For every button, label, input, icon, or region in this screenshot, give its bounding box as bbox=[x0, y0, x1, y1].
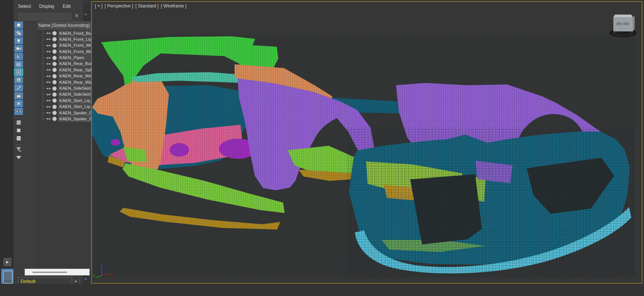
axis-x-label: x bbox=[111, 272, 113, 277]
visibility-eye-icon[interactable] bbox=[46, 31, 52, 35]
visibility-eye-icon[interactable] bbox=[46, 44, 52, 47]
horizontal-scrollbar[interactable] bbox=[25, 269, 90, 275]
visibility-eye-icon[interactable] bbox=[46, 105, 52, 109]
object-name: KAEN_SideSkirt_L bbox=[58, 85, 96, 92]
viewport-menu-pov[interactable]: [ Perspective ] bbox=[105, 3, 133, 9]
visibility-eye-icon[interactable] bbox=[46, 56, 52, 60]
perspective-viewport[interactable]: [ + ] [ Perspective ] [ Standard ] [ Wir… bbox=[91, 1, 643, 284]
selection-circle-icon[interactable] bbox=[52, 62, 57, 66]
helper-icon[interactable] bbox=[14, 53, 23, 60]
object-name: KAEN_Skirt_Lip_L bbox=[58, 98, 96, 104]
selection-circle-icon[interactable] bbox=[52, 68, 57, 72]
toolbar-separator bbox=[15, 143, 23, 145]
selection-circle-icon[interactable] bbox=[52, 92, 57, 97]
selection-circle-icon[interactable] bbox=[52, 98, 57, 103]
selection-circle-icon[interactable] bbox=[52, 31, 57, 36]
list-item[interactable]: KAEN_SideSkirt_R bbox=[37, 92, 96, 98]
xref-icon[interactable] bbox=[14, 76, 23, 84]
viewport-menu-shading[interactable]: [ Wireframe ] bbox=[161, 3, 186, 9]
tree-branch-line bbox=[43, 52, 46, 52]
tree-branch-line bbox=[43, 94, 46, 95]
filter-icon[interactable] bbox=[14, 146, 23, 153]
toolbar-overflow-chevron[interactable]: » bbox=[84, 12, 87, 17]
bone-icon[interactable] bbox=[14, 84, 23, 92]
list-view-icon[interactable] bbox=[14, 119, 23, 126]
selection-circle-icon[interactable] bbox=[52, 56, 57, 60]
geometry-icon[interactable] bbox=[14, 21, 23, 29]
list-item[interactable]: KAEN_Rear_Bumper bbox=[37, 61, 96, 67]
list-item[interactable]: KAEN_Rear_Wing_L bbox=[37, 73, 96, 79]
object-name: KAEN_Skirt_Lip_R bbox=[58, 104, 96, 110]
list-item[interactable]: KAEN_Spoiler_02 bbox=[37, 116, 96, 122]
visibility-eye-icon[interactable] bbox=[46, 74, 52, 78]
menu-display[interactable]: Display bbox=[39, 4, 55, 11]
tree-branch-line bbox=[43, 88, 46, 89]
search-clear-icon[interactable]: ✕ bbox=[73, 12, 80, 19]
visibility-eye-icon[interactable] bbox=[46, 68, 52, 72]
selection-circle-icon[interactable] bbox=[52, 74, 57, 78]
selection-circle-icon[interactable] bbox=[52, 80, 57, 84]
frozen-icon[interactable] bbox=[14, 100, 23, 107]
list-item[interactable]: KAEN_Skirt_Lip_L bbox=[37, 98, 96, 104]
list-item[interactable]: KAEN_Spoiler_01 bbox=[37, 110, 96, 116]
visibility-eye-icon[interactable] bbox=[46, 93, 52, 96]
visibility-eye-icon[interactable] bbox=[46, 99, 52, 102]
container-icon[interactable] bbox=[14, 92, 23, 99]
selection-circle-icon[interactable] bbox=[52, 105, 57, 109]
visibility-eye-icon[interactable] bbox=[46, 111, 52, 115]
visibility-eye-icon[interactable] bbox=[46, 117, 52, 121]
tree-branch-line bbox=[43, 45, 46, 46]
status-bar: < 0 / 100 > bbox=[0, 284, 644, 296]
list-item[interactable]: KAEN_Front_Wing_R bbox=[37, 49, 96, 55]
menu-edit[interactable]: Edit bbox=[63, 4, 71, 11]
layer-toggle-glyph bbox=[3, 271, 13, 284]
selection-circle-icon[interactable] bbox=[52, 86, 57, 91]
flyout-button[interactable]: ▶ bbox=[3, 258, 12, 266]
selection-circle-icon[interactable] bbox=[52, 111, 57, 115]
shapes-icon[interactable] bbox=[14, 29, 23, 37]
list-item[interactable]: KAEN_Rear_Wing_R bbox=[37, 79, 96, 85]
bottombar-overflow-chevron[interactable]: » bbox=[84, 276, 87, 281]
menu-select[interactable]: Select bbox=[18, 4, 31, 11]
tree-branch-line bbox=[43, 39, 46, 40]
viewport-menu-general[interactable]: [ + ] bbox=[95, 3, 102, 9]
camera-icon[interactable] bbox=[14, 45, 23, 52]
object-name: KAEN_Rear_Wing_L bbox=[58, 73, 96, 79]
scrollbar-thumb[interactable] bbox=[32, 272, 67, 273]
selection-circle-icon[interactable] bbox=[52, 49, 57, 54]
list-item[interactable]: KAEN_Pipes bbox=[37, 55, 96, 61]
visibility-eye-icon[interactable] bbox=[46, 62, 52, 66]
space-warp-icon[interactable] bbox=[14, 61, 23, 68]
viewcube[interactable] bbox=[609, 15, 637, 37]
wireframe-scene[interactable]: z y x bbox=[92, 2, 642, 283]
object-name: KAEN_Front_Wing_R bbox=[58, 49, 96, 55]
axis-z-label: z bbox=[100, 263, 102, 267]
expand-arrow-icon[interactable] bbox=[14, 154, 23, 161]
object-name: KAEN_Front_Lip bbox=[58, 36, 96, 43]
visibility-eye-icon[interactable] bbox=[46, 37, 52, 41]
list-item[interactable]: KAEN_Front_Bumper bbox=[37, 30, 96, 36]
visibility-eye-icon[interactable] bbox=[46, 87, 52, 90]
list-item[interactable]: KAEN_Front_Wing_L bbox=[37, 43, 96, 49]
visibility-eye-icon[interactable] bbox=[46, 50, 52, 53]
object-name: KAEN_Rear_Splitter_BOL bbox=[58, 67, 96, 73]
list-item[interactable]: KAEN_Rear_Splitter_BOL bbox=[37, 67, 96, 73]
object-name: KAEN_Spoiler_02 bbox=[58, 116, 96, 122]
search-input[interactable] bbox=[19, 12, 71, 20]
column-header-name[interactable]: Name (Sorted Ascending) bbox=[37, 21, 96, 30]
material-icon[interactable] bbox=[14, 127, 23, 134]
light-icon[interactable] bbox=[14, 37, 23, 44]
hidden-icon[interactable] bbox=[14, 108, 23, 115]
viewport-menu-render-preset[interactable]: [ Standard ] bbox=[135, 3, 158, 9]
selection-circle-icon[interactable] bbox=[52, 37, 57, 41]
tree-branch-line bbox=[43, 64, 46, 64]
selection-circle-icon[interactable] bbox=[52, 43, 57, 48]
list-item[interactable]: KAEN_SideSkirt_L bbox=[37, 86, 96, 92]
group-icon[interactable] bbox=[14, 68, 23, 76]
list-item[interactable]: KAEN_Front_Lip bbox=[37, 36, 96, 42]
list-item[interactable]: KAEN_Skirt_Lip_R bbox=[37, 104, 96, 110]
object-name: KAEN_Rear_Bumper bbox=[58, 61, 96, 67]
notes-icon[interactable] bbox=[14, 135, 23, 142]
visibility-eye-icon[interactable] bbox=[46, 80, 52, 84]
selection-circle-icon[interactable] bbox=[52, 117, 57, 121]
